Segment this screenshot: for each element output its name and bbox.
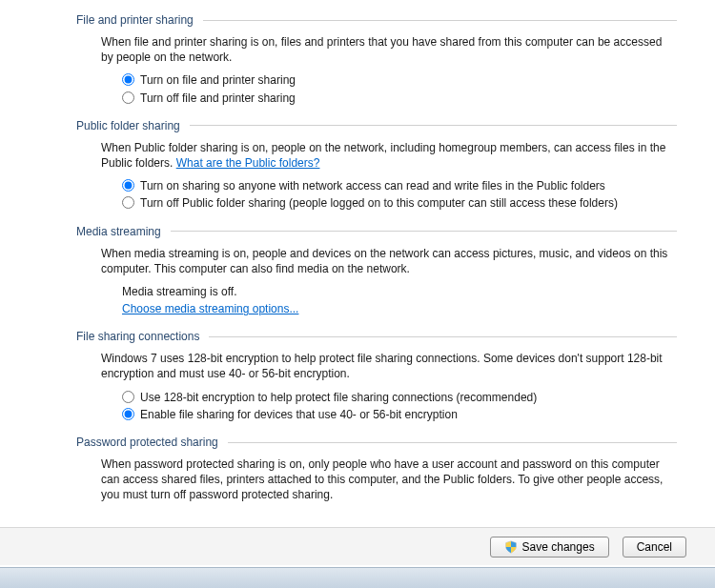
section-title: File and printer sharing	[76, 13, 194, 27]
section-media-streaming: Media streaming When media streaming is …	[76, 225, 677, 317]
save-changes-button[interactable]: Save changes	[490, 537, 609, 558]
divider	[171, 231, 677, 232]
link-choose-media-streaming-options[interactable]: Choose media streaming options...	[122, 302, 298, 315]
divider	[209, 336, 677, 337]
radio-label[interactable]: Turn off file and printer sharing	[140, 91, 296, 106]
section-public-folder-sharing: Public folder sharing When Public folder…	[76, 119, 677, 212]
section-heading: Media streaming	[76, 225, 677, 238]
section-description: When Public folder sharing is on, people…	[101, 140, 677, 171]
radio-label[interactable]: Turn off Public folder sharing (people l…	[140, 195, 618, 211]
section-description: When file and printer sharing is on, fil…	[101, 34, 677, 65]
section-title: Media streaming	[76, 225, 161, 238]
section-title: Password protected sharing	[76, 436, 218, 449]
radio-public-folder-off[interactable]	[122, 196, 134, 209]
link-what-are-public-folders[interactable]: What are the Public folders?	[176, 156, 320, 170]
radio-encryption-128[interactable]	[122, 391, 134, 403]
section-heading: File and printer sharing	[76, 13, 677, 27]
radio-file-printer-off[interactable]	[122, 91, 134, 104]
radio-label[interactable]: Turn on sharing so anyone with network a…	[140, 178, 605, 193]
section-heading: Public folder sharing	[76, 119, 677, 132]
button-bar: Save changes Cancel	[0, 527, 715, 565]
radio-file-printer-on[interactable]	[122, 73, 134, 86]
button-label: Cancel	[637, 540, 672, 554]
media-streaming-status: Media streaming is off.	[122, 284, 677, 299]
cancel-button[interactable]: Cancel	[623, 537, 686, 558]
radio-public-folder-on[interactable]	[122, 179, 134, 192]
uac-shield-icon	[504, 540, 518, 554]
divider	[190, 125, 677, 126]
section-description: Windows 7 uses 128-bit encryption to hel…	[101, 351, 677, 381]
section-description: When media streaming is on, people and d…	[101, 246, 677, 276]
advanced-sharing-settings: File and printer sharing When file and p…	[0, 0, 715, 503]
section-description: When password protected sharing is on, o…	[101, 456, 677, 503]
radio-label[interactable]: Use 128-bit encryption to help protect f…	[140, 390, 537, 405]
section-title: Public folder sharing	[76, 119, 180, 132]
divider	[228, 442, 677, 443]
section-password-protected-sharing: Password protected sharing When password…	[76, 436, 677, 503]
section-file-printer-sharing: File and printer sharing When file and p…	[76, 13, 677, 106]
section-title: File sharing connections	[76, 330, 199, 343]
taskbar-edge	[0, 567, 715, 588]
button-label: Save changes	[522, 540, 595, 554]
radio-label[interactable]: Turn on file and printer sharing	[140, 72, 296, 88]
section-heading: File sharing connections	[76, 330, 677, 343]
section-file-sharing-connections: File sharing connections Windows 7 uses …	[76, 330, 677, 422]
divider	[203, 20, 677, 21]
radio-label[interactable]: Enable file sharing for devices that use…	[140, 407, 458, 422]
radio-encryption-4056[interactable]	[122, 408, 134, 420]
section-heading: Password protected sharing	[76, 436, 677, 449]
